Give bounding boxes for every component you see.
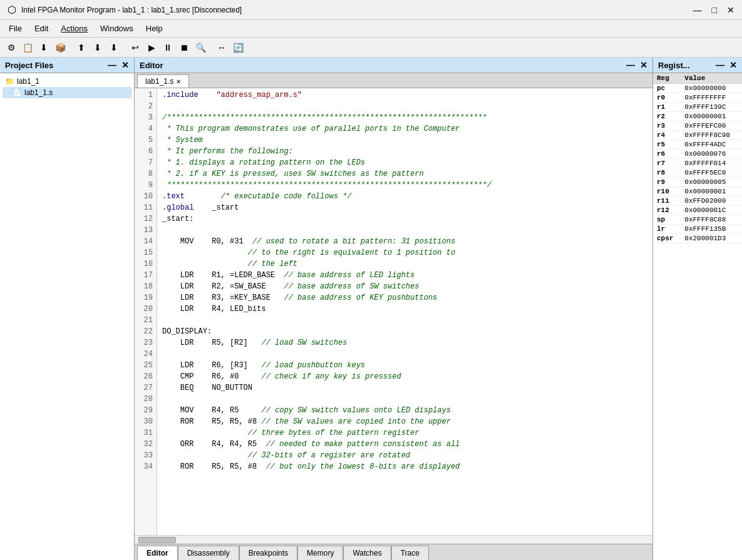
tab-label: lab1_1.s: [145, 77, 173, 86]
register-row: r20x00000001: [653, 112, 742, 121]
register-value: 0x00000005: [681, 178, 742, 187]
toolbar-connect[interactable]: 📦: [53, 40, 68, 55]
register-close-btn[interactable]: ✕: [729, 60, 737, 70]
toolbar-step-in[interactable]: ⬇: [90, 40, 105, 55]
register-value: 0xFFFF135B: [681, 225, 742, 234]
menu-windows[interactable]: Windows: [94, 22, 140, 35]
register-row: sp0xFFFF8C88: [653, 215, 742, 225]
register-value: 0xFFFFFFFF: [681, 93, 742, 103]
bottom-tab-memory[interactable]: Memory: [297, 546, 343, 560]
register-name: r7: [653, 159, 681, 168]
register-table: Reg Value pc0x00000000r00xFFFFFFFFr10xFF…: [653, 73, 742, 560]
register-value: 0x200001D3: [681, 234, 742, 243]
register-name: r8: [653, 168, 681, 178]
project-panel-header: Project Files — ✕: [0, 58, 134, 73]
register-name: r4: [653, 131, 681, 140]
register-panel-header: Regist... — ✕: [653, 58, 742, 73]
title-bar-controls[interactable]: — □ ✕: [693, 5, 734, 15]
toolbar-run[interactable]: ▶: [144, 40, 159, 55]
menu-edit[interactable]: Edit: [28, 22, 54, 35]
register-name: r12: [653, 206, 681, 215]
editor-scrollbar-h[interactable]: [135, 535, 652, 544]
register-name: r11: [653, 196, 681, 206]
register-name: pc: [653, 84, 681, 93]
minimize-button[interactable]: —: [693, 5, 702, 15]
register-value: 0x0000001C: [681, 206, 742, 215]
scrollbar-thumb-h[interactable]: [138, 537, 176, 543]
project-minimize-btn[interactable]: —: [108, 60, 116, 70]
register-row: lr0xFFFF135B: [653, 225, 742, 234]
register-panel-title: Regist...: [658, 61, 690, 70]
toolbar-load[interactable]: ⬇: [36, 40, 51, 55]
toolbar-step-over[interactable]: ⬆: [74, 40, 89, 55]
title-bar-left: ⬡ Intel FPGA Monitor Program - lab1_1 : …: [8, 4, 242, 16]
menu-file[interactable]: File: [3, 22, 28, 35]
editor-tabs: lab1_1.s ✕: [135, 73, 652, 88]
register-row: cpsr0x200001D3: [653, 234, 742, 243]
editor-minimize-btn[interactable]: —: [626, 60, 635, 70]
register-row: r30xFFFEFC00: [653, 121, 742, 131]
register-row: r00xFFFFFFFF: [653, 93, 742, 103]
project-panel-controls[interactable]: — ✕: [108, 60, 129, 70]
register-value: 0xFFFF139C: [681, 103, 742, 112]
close-button[interactable]: ✕: [727, 5, 734, 15]
register-row: r10xFFFF139C: [653, 103, 742, 112]
register-value: 0x00000076: [681, 150, 742, 159]
line-numbers: 12345 678910 1112131415 1617181920 21222…: [135, 88, 157, 535]
register-name: r10: [653, 187, 681, 196]
register-row: r60x00000076: [653, 150, 742, 159]
toolbar-toggle[interactable]: ↔: [214, 40, 229, 55]
app-icon: ⬡: [8, 4, 16, 16]
editor-panel-title: Editor: [140, 61, 163, 70]
register-value: 0x00000001: [681, 112, 742, 121]
register-name: sp: [653, 215, 681, 225]
register-value: 0x00000000: [681, 84, 742, 93]
title-bar: ⬡ Intel FPGA Monitor Program - lab1_1 : …: [0, 0, 742, 20]
tree-folder-lab1_1[interactable]: 📁 lab1_1: [3, 76, 131, 87]
toolbar-pause[interactable]: ⏸: [160, 40, 175, 55]
code-editor[interactable]: .include "address_map_arm.s" /**********…: [157, 88, 652, 535]
bottom-tab-trace[interactable]: Trace: [391, 546, 429, 560]
register-minimize-btn[interactable]: —: [716, 60, 724, 70]
project-panel: Project Files — ✕ 📁 lab1_1 📄 lab1_1.s: [0, 58, 135, 560]
register-row: r110xFFD02000: [653, 196, 742, 206]
register-name: r0: [653, 93, 681, 103]
toolbar-compile[interactable]: 📋: [20, 40, 35, 55]
register-value: 0xFFFF8C88: [681, 215, 742, 225]
toolbar-step-out[interactable]: ⬇: [106, 40, 121, 55]
folder-icon: 📁: [5, 77, 14, 86]
menu-help[interactable]: Help: [140, 22, 169, 35]
project-tree: 📁 lab1_1 📄 lab1_1.s: [0, 73, 134, 560]
editor-bottom-tabs: Editor Disassembly Breakpoints Memory Wa…: [135, 544, 652, 560]
toolbar-find[interactable]: 🔍: [193, 40, 208, 55]
register-value: 0xFFFF4ADC: [681, 140, 742, 150]
tab-close-icon[interactable]: ✕: [176, 78, 181, 85]
main-layout: Project Files — ✕ 📁 lab1_1 📄 lab1_1.s Ed…: [0, 58, 742, 560]
toolbar: ⚙ 📋 ⬇ 📦 ⬆ ⬇ ⬇ ↩ ▶ ⏸ ⏹ 🔍 ↔ 🔄: [0, 38, 742, 58]
register-value: 0xFFFF5EC0: [681, 168, 742, 178]
menu-actions[interactable]: Actions: [54, 22, 94, 35]
editor-tab-lab1_1_s[interactable]: lab1_1.s ✕: [137, 74, 189, 88]
folder-label: lab1_1: [17, 77, 39, 86]
bottom-tab-watches[interactable]: Watches: [343, 546, 391, 560]
toolbar-stop[interactable]: ⏹: [177, 40, 192, 55]
tree-file-lab1_1_s[interactable]: 📄 lab1_1.s: [3, 87, 131, 98]
toolbar-settings[interactable]: ⚙: [4, 40, 19, 55]
register-name: r9: [653, 178, 681, 187]
toolbar-reset[interactable]: ↩: [128, 40, 143, 55]
editor-close-btn[interactable]: ✕: [640, 60, 647, 70]
register-row: r50xFFFF4ADC: [653, 140, 742, 150]
register-name: r5: [653, 140, 681, 150]
title-text: Intel FPGA Monitor Program - lab1_1 : la…: [21, 6, 242, 14]
register-name: lr: [653, 225, 681, 234]
project-panel-title: Project Files: [5, 61, 53, 70]
register-row: r70xFFFFF014: [653, 159, 742, 168]
bottom-tab-editor[interactable]: Editor: [137, 546, 178, 560]
bottom-tab-disassembly[interactable]: Disassembly: [178, 546, 239, 560]
bottom-tab-breakpoints[interactable]: Breakpoints: [239, 546, 297, 560]
editor-panel-controls[interactable]: — ✕: [626, 60, 647, 70]
maximize-button[interactable]: □: [712, 5, 717, 15]
project-close-btn[interactable]: ✕: [121, 60, 129, 70]
toolbar-refresh[interactable]: 🔄: [230, 40, 245, 55]
register-panel-controls[interactable]: — ✕: [716, 60, 737, 70]
